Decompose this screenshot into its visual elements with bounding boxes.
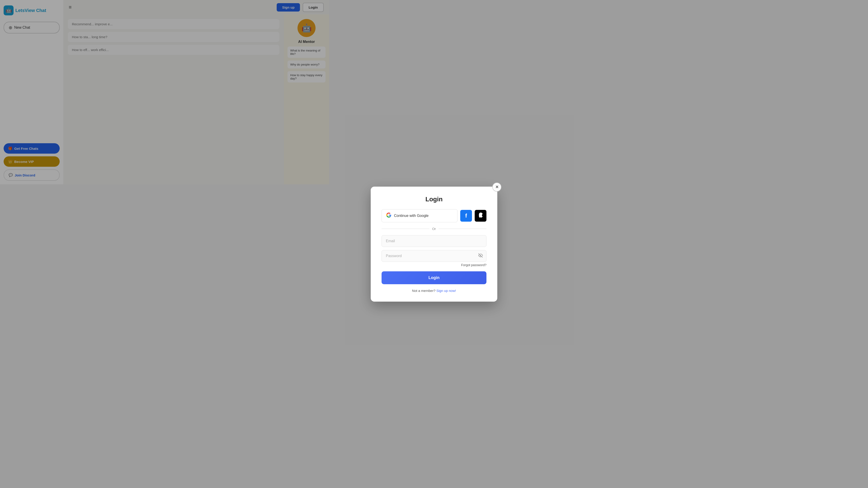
modal-overlay: ✕ Login Continue with Google f	[0, 0, 329, 184]
